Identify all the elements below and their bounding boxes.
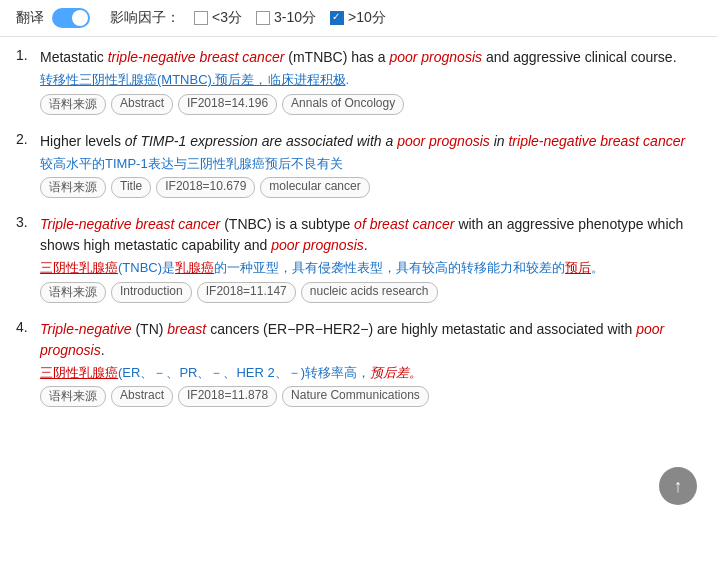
scroll-top-button[interactable]: ↑ [659, 467, 697, 505]
result-item-3: 3. Triple-negative breast cancer (TNBC) … [16, 214, 701, 303]
tag-intro-3: Introduction [111, 282, 192, 303]
cn-kw-1a: 转移性三阴性乳腺癌(MTNBC).预后差， [40, 72, 268, 87]
translate-label: 翻译 [16, 9, 44, 27]
tag-if-3: IF2018=11.147 [197, 282, 296, 303]
result-cn-3: 三阴性乳腺癌(TNBC)是乳腺癌的一种亚型，具有侵袭性表型，具有较高的转移能力和… [40, 258, 701, 278]
tag-journal-1: Annals of Oncology [282, 94, 404, 115]
filter-mid-checkbox[interactable] [256, 11, 270, 25]
result-item-4: 4. Triple-negative (TN) breast cancers (… [16, 319, 701, 408]
result-en-4: Triple-negative (TN) breast cancers (ER−… [40, 319, 701, 361]
kw-of-timp: of TIMP-1 expression are associated with… [125, 133, 551, 149]
tag-source-4: 语料来源 [40, 386, 106, 407]
tag-journal-3: nucleic acids research [301, 282, 438, 303]
filter-low-checkbox[interactable] [194, 11, 208, 25]
tags-2: 语料来源 Title IF2018=10.679 molecular cance… [40, 177, 701, 198]
kw-triple-negative-3: Triple-negative breast cancer [40, 216, 220, 232]
kw-triple-n: triple-n [508, 133, 551, 149]
toggle-knob [72, 10, 88, 26]
filter-high-checkbox[interactable] [330, 11, 344, 25]
kw-triple-negative-1: triple-negative breast cancer [108, 49, 285, 65]
filter-high-label: >10分 [348, 9, 386, 27]
result-content-3: Triple-negative breast cancer (TNBC) is … [40, 214, 701, 303]
filter-low[interactable]: <3分 [194, 9, 242, 27]
cn-text-2: 较高水平的TIMP-1表达与三阴性乳腺癌预后不良有关 [40, 156, 343, 171]
result-number-2: 2. [16, 131, 34, 199]
result-number-4: 4. [16, 319, 34, 408]
filter-low-label: <3分 [212, 9, 242, 27]
result-number-1: 1. [16, 47, 34, 115]
cn-kw-4b: 预后差。 [370, 365, 422, 380]
filter-section: 影响因子： <3分 3-10分 >10分 [110, 9, 386, 27]
kw-breast-4: breast [167, 321, 206, 337]
result-number-3: 3. [16, 214, 34, 303]
tags-1: 语料来源 Abstract IF2018=14.196 Annals of On… [40, 94, 701, 115]
result-en-1: Metastatic triple-negative breast cancer… [40, 47, 701, 68]
kw-poor-prognosis-3: poor prognosis [271, 237, 364, 253]
cn-kw-4a: 三阴性乳腺癌 [40, 365, 118, 380]
tag-source-2: 语料来源 [40, 177, 106, 198]
kw-poor-prognosis-2: poor prognosis [397, 133, 490, 149]
result-item-2: 2. Higher levels of TIMP-1 expression ar… [16, 131, 701, 199]
kw-egative: egative breast cancer [551, 133, 685, 149]
scroll-top-icon: ↑ [674, 476, 683, 497]
tag-if-2: IF2018=10.679 [156, 177, 255, 198]
translate-toggle[interactable] [52, 8, 90, 28]
results-container: 1. Metastatic triple-negative breast can… [0, 37, 717, 433]
tags-4: 语料来源 Abstract IF2018=11.878 Nature Commu… [40, 386, 701, 407]
result-cn-4: 三阴性乳腺癌(ER、－、PR、－、HER 2、－)转移率高，预后差。 [40, 363, 701, 383]
result-item-1: 1. Metastatic triple-negative breast can… [16, 47, 701, 115]
cn-kw-3c: 预后 [565, 260, 591, 275]
tag-source-1: 语料来源 [40, 94, 106, 115]
kw-poor-prognosis-4: poor prognosis [40, 321, 664, 358]
tag-journal-2: molecular cancer [260, 177, 369, 198]
tag-journal-4: Nature Communications [282, 386, 429, 407]
result-en-2: Higher levels of TIMP-1 expression are a… [40, 131, 701, 152]
impact-label: 影响因子： [110, 9, 180, 27]
tag-if-1: IF2018=14.196 [178, 94, 277, 115]
tag-source-3: 语料来源 [40, 282, 106, 303]
filter-high[interactable]: >10分 [330, 9, 386, 27]
filter-mid[interactable]: 3-10分 [256, 9, 316, 27]
toolbar: 翻译 影响因子： <3分 3-10分 >10分 [0, 0, 717, 37]
cn-kw-3a: 三阴性乳腺癌 [40, 260, 118, 275]
result-content-2: Higher levels of TIMP-1 expression are a… [40, 131, 701, 199]
tag-abstract-1: Abstract [111, 94, 173, 115]
tags-3: 语料来源 Introduction IF2018=11.147 nucleic … [40, 282, 701, 303]
result-content-4: Triple-negative (TN) breast cancers (ER−… [40, 319, 701, 408]
cn-kw-1b: 临床进程积极 [268, 72, 346, 87]
result-content-1: Metastatic triple-negative breast cancer… [40, 47, 701, 115]
result-cn-1: 转移性三阴性乳腺癌(MTNBC).预后差，临床进程积极. [40, 70, 701, 90]
tag-abstract-4: Abstract [111, 386, 173, 407]
kw-triple-negative-4: Triple-negative [40, 321, 132, 337]
result-cn-2: 较高水平的TIMP-1表达与三阴性乳腺癌预后不良有关 [40, 154, 701, 174]
kw-of-breast-cancer: of breast cancer [354, 216, 454, 232]
results-list: 1. Metastatic triple-negative breast can… [16, 47, 701, 407]
filter-mid-label: 3-10分 [274, 9, 316, 27]
translate-section: 翻译 [16, 8, 90, 28]
kw-poor-prognosis-1: poor prognosis [389, 49, 482, 65]
result-en-3: Triple-negative breast cancer (TNBC) is … [40, 214, 701, 256]
tag-title-2: Title [111, 177, 151, 198]
tag-if-4: IF2018=11.878 [178, 386, 277, 407]
cn-kw-3b: 乳腺癌 [175, 260, 214, 275]
